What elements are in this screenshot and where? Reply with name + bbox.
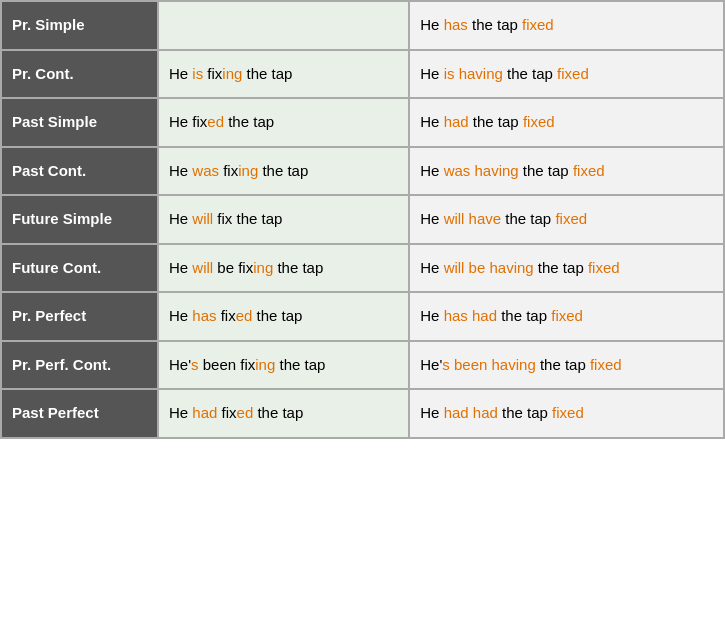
highlighted-word: s been having — [442, 356, 535, 373]
active-voice-cell: He had fixed the tap — [158, 389, 409, 438]
highlighted-word: ing — [222, 65, 242, 82]
highlighted-word: fixed — [523, 113, 555, 130]
highlighted-word: fixed — [557, 65, 589, 82]
highlighted-word: ed — [236, 307, 253, 324]
passive-voice-cell: He has had the tap fixed — [409, 292, 724, 341]
tense-label: Past Cont. — [1, 147, 158, 196]
highlighted-word: is having — [444, 65, 503, 82]
tense-label: Pr. Cont. — [1, 50, 158, 99]
highlighted-word: had had — [444, 404, 498, 421]
highlighted-word: will have — [444, 210, 502, 227]
passive-voice-cell: He was having the tap fixed — [409, 147, 724, 196]
passive-voice-cell: He is having the tap fixed — [409, 50, 724, 99]
highlighted-word: fixed — [573, 162, 605, 179]
highlighted-word: ing — [253, 259, 273, 276]
passive-voice-cell: He has the tap fixed — [409, 1, 724, 50]
highlighted-word: will — [192, 210, 213, 227]
tense-label: Pr. Perfect — [1, 292, 158, 341]
passive-voice-cell: He's been having the tap fixed — [409, 341, 724, 390]
highlighted-word: was having — [444, 162, 519, 179]
highlighted-word: fixed — [552, 404, 584, 421]
highlighted-word: had — [192, 404, 217, 421]
tense-label: Future Simple — [1, 195, 158, 244]
highlighted-word: will — [192, 259, 213, 276]
highlighted-word: has had — [444, 307, 497, 324]
active-voice-cell: He was fixing the tap — [158, 147, 409, 196]
highlighted-word: ed — [207, 113, 224, 130]
highlighted-word: fixed — [590, 356, 622, 373]
highlighted-word: was — [192, 162, 219, 179]
active-voice-cell: He fixed the tap — [158, 98, 409, 147]
passive-voice-cell: He will be having the tap fixed — [409, 244, 724, 293]
highlighted-word: ed — [237, 404, 254, 421]
tense-label: Future Cont. — [1, 244, 158, 293]
active-voice-cell: He's been fixing the tap — [158, 341, 409, 390]
tense-label: Past Perfect — [1, 389, 158, 438]
highlighted-word: fixed — [555, 210, 587, 227]
highlighted-word: fixed — [588, 259, 620, 276]
active-voice-cell: He is fixing the tap — [158, 50, 409, 99]
highlighted-word: ing — [255, 356, 275, 373]
highlighted-word: has — [444, 16, 468, 33]
highlighted-word: ing — [238, 162, 258, 179]
passive-voice-cell: He will have the tap fixed — [409, 195, 724, 244]
passive-voice-cell: He had the tap fixed — [409, 98, 724, 147]
active-voice-cell — [158, 1, 409, 50]
active-voice-cell: He will be fixing the tap — [158, 244, 409, 293]
highlighted-word: had — [444, 113, 469, 130]
tense-label: Past Simple — [1, 98, 158, 147]
highlighted-word: is — [192, 65, 203, 82]
active-voice-cell: He has fixed the tap — [158, 292, 409, 341]
highlighted-word: has — [192, 307, 216, 324]
tense-label: Pr. Perf. Cont. — [1, 341, 158, 390]
tense-label: Pr. Simple — [1, 1, 158, 50]
passive-voice-cell: He had had the tap fixed — [409, 389, 724, 438]
highlighted-word: fixed — [522, 16, 554, 33]
active-voice-cell: He will fix the tap — [158, 195, 409, 244]
grammar-table: Pr. SimpleHe has the tap fixedPr. Cont.H… — [0, 0, 725, 439]
highlighted-word: fixed — [551, 307, 583, 324]
highlighted-word: will be having — [444, 259, 534, 276]
highlighted-word: s — [191, 356, 199, 373]
